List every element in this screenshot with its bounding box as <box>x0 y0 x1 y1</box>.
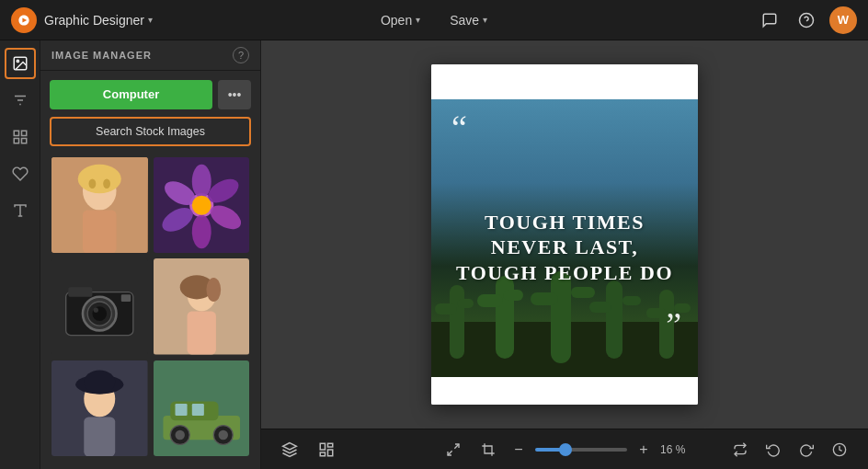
svg-rect-57 <box>435 303 457 315</box>
svg-point-27 <box>191 195 211 214</box>
canvas-quote-text[interactable]: TOUGH TIMES NEVER LAST, TOUGH PEOPLE DO <box>431 210 698 286</box>
svg-rect-63 <box>531 292 558 305</box>
svg-point-24 <box>191 214 211 248</box>
svg-rect-66 <box>589 302 611 313</box>
design-canvas: “ TOUGH TIMES NEVER LAST, TOUGH PEOPLE D… <box>431 64 698 405</box>
image-manager-panel: IMAGE MANAGER ? Computer ••• Search Stoc… <box>40 40 261 469</box>
app-name[interactable]: Graphic Designer ▾ <box>44 13 153 28</box>
svg-rect-50 <box>191 404 203 416</box>
svg-point-3 <box>17 60 18 62</box>
svg-rect-75 <box>320 452 325 456</box>
card-image: “ TOUGH TIMES NEVER LAST, TOUGH PEOPLE D… <box>431 99 698 377</box>
svg-rect-58 <box>457 299 474 308</box>
svg-point-54 <box>218 429 227 439</box>
svg-rect-72 <box>320 443 325 450</box>
bottom-right-controls <box>726 436 853 463</box>
open-menu-button[interactable]: Open ▾ <box>373 9 428 31</box>
quote-close: ” <box>666 307 681 342</box>
svg-marker-71 <box>283 442 297 450</box>
zoom-minus-button[interactable]: − <box>509 441 528 458</box>
panel-title: IMAGE MANAGER <box>51 50 225 61</box>
thumbnail-2[interactable] <box>154 157 250 254</box>
svg-point-16 <box>78 164 121 192</box>
grid-sidebar-btn[interactable] <box>5 121 36 153</box>
svg-rect-43 <box>84 417 115 456</box>
zoom-slider[interactable] <box>535 448 627 452</box>
thumbnail-4[interactable] <box>154 258 250 355</box>
repeat-button[interactable] <box>726 436 754 463</box>
icon-sidebar <box>0 40 40 469</box>
svg-point-17 <box>88 178 96 188</box>
app-name-chevron: ▾ <box>148 15 153 25</box>
favorites-sidebar-btn[interactable] <box>5 158 36 189</box>
zoom-percentage: 16 % <box>660 443 690 456</box>
svg-rect-38 <box>187 311 215 354</box>
svg-rect-69 <box>646 308 667 318</box>
help-icon-button[interactable] <box>793 6 820 34</box>
more-options-button[interactable]: ••• <box>218 80 251 109</box>
open-label: Open <box>381 13 412 28</box>
topbar-center-menu: Open ▾ Save ▾ <box>373 9 495 31</box>
topbar: Graphic Designer ▾ Open ▾ Save ▾ W <box>0 0 868 40</box>
user-avatar[interactable]: W <box>829 6 857 34</box>
svg-rect-8 <box>21 131 26 135</box>
topbar-right: W <box>756 6 857 34</box>
svg-rect-74 <box>328 450 333 456</box>
layout-button[interactable] <box>313 436 340 463</box>
quote-open: “ <box>451 110 467 145</box>
save-menu-button[interactable]: Save ▾ <box>442 9 495 31</box>
svg-rect-10 <box>21 139 26 143</box>
resize-button[interactable] <box>440 436 467 463</box>
svg-rect-73 <box>328 443 333 447</box>
thumbnail-5[interactable] <box>51 360 148 457</box>
svg-rect-30 <box>68 287 92 296</box>
card-white-top <box>431 64 698 99</box>
crop-button[interactable] <box>474 436 502 463</box>
panel-help-button[interactable]: ? <box>233 47 249 63</box>
svg-point-34 <box>94 308 98 313</box>
svg-line-76 <box>454 444 459 449</box>
computer-upload-button[interactable]: Computer <box>50 80 212 109</box>
panel-header: IMAGE MANAGER ? <box>40 40 260 71</box>
text-sidebar-btn[interactable] <box>5 195 36 226</box>
search-stock-button[interactable]: Search Stock Images <box>50 117 251 146</box>
thumbnail-3[interactable] <box>51 258 148 355</box>
upload-row: Computer ••• <box>50 80 251 109</box>
svg-rect-64 <box>571 287 595 298</box>
filters-sidebar-btn[interactable] <box>5 85 36 116</box>
app-logo[interactable] <box>11 7 37 33</box>
save-label: Save <box>450 13 479 28</box>
svg-point-21 <box>191 164 211 198</box>
svg-rect-49 <box>175 404 187 416</box>
panel-body: Computer ••• Search Stock Images <box>40 71 260 470</box>
redo-button[interactable] <box>793 436 820 463</box>
svg-point-40 <box>206 278 221 302</box>
svg-rect-56 <box>450 285 464 359</box>
layers-button[interactable] <box>276 436 303 463</box>
canvas-area: “ TOUGH TIMES NEVER LAST, TOUGH PEOPLE D… <box>261 40 868 469</box>
svg-rect-60 <box>477 294 503 307</box>
thumbnail-1[interactable] <box>51 157 148 254</box>
undo-button[interactable] <box>760 436 787 463</box>
svg-line-77 <box>448 451 452 455</box>
main-area: IMAGE MANAGER ? Computer ••• Search Stoc… <box>0 40 868 469</box>
svg-point-45 <box>84 370 115 394</box>
chat-icon-button[interactable] <box>756 6 783 34</box>
image-grid <box>50 154 251 461</box>
images-sidebar-btn[interactable] <box>5 48 36 79</box>
bottom-bar: − + 16 % <box>261 429 868 469</box>
svg-rect-9 <box>14 139 18 143</box>
svg-point-18 <box>103 178 110 188</box>
thumbnail-6[interactable] <box>154 360 250 457</box>
app-name-label: Graphic Designer <box>44 13 144 28</box>
canvas-workspace[interactable]: “ TOUGH TIMES NEVER LAST, TOUGH PEOPLE D… <box>261 40 868 429</box>
svg-point-52 <box>175 429 184 439</box>
history-button[interactable] <box>826 436 853 463</box>
open-chevron: ▾ <box>416 15 420 25</box>
svg-rect-65 <box>606 280 622 359</box>
svg-rect-61 <box>503 290 523 301</box>
svg-rect-35 <box>121 294 131 302</box>
zoom-plus-button[interactable]: + <box>634 441 653 458</box>
svg-rect-15 <box>83 210 117 253</box>
svg-rect-59 <box>496 276 514 359</box>
